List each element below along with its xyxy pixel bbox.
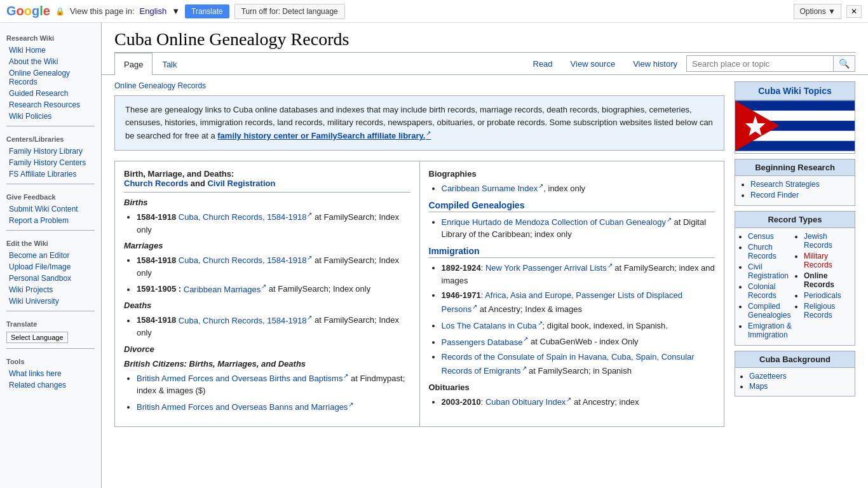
ny-passenger-link[interactable]: New York Passenger Arrival Lists xyxy=(485,263,613,273)
consulate-spain-link[interactable]: Records of the Consulate of Spain in Hav… xyxy=(442,352,695,376)
caribbean-surname-link[interactable]: Caribbean Surname Index xyxy=(442,184,544,193)
religious-records-link[interactable]: Religious Records xyxy=(804,302,835,320)
civil-registration-link[interactable]: Civil Registration xyxy=(207,179,275,188)
search-button[interactable]: 🔍 xyxy=(833,56,855,71)
compiled-list: Enrique Hurtado de Mendoza Collection of… xyxy=(442,215,715,241)
info-box: These are genealogy links to Cuba online… xyxy=(114,95,724,151)
sidebar-item-become-editor[interactable]: Become an Editor xyxy=(0,250,101,261)
births-heading: Births xyxy=(124,198,410,207)
caribbean-marriages-link[interactable]: Caribbean Marriages xyxy=(184,285,266,294)
record-types-content: Census Church Records Civil Registration… xyxy=(735,228,855,345)
sidebar-item-fs-affiliate[interactable]: FS Affiliate Libraries xyxy=(0,168,101,180)
sidebar-translate-title: Translate xyxy=(0,315,101,330)
church-records-type-link[interactable]: Church Records xyxy=(748,243,776,261)
colonial-records-link[interactable]: Colonial Records xyxy=(748,282,776,300)
marriages-1584-link[interactable]: Cuba, Church Records, 1584-1918 xyxy=(179,255,313,265)
sidebar-item-fhc[interactable]: Family History Centers xyxy=(0,157,101,168)
search-input[interactable] xyxy=(687,57,833,71)
sidebar-item-resources[interactable]: Research Resources xyxy=(0,99,101,111)
search-bar: 🔍 xyxy=(686,55,855,72)
action-view-history[interactable]: View history xyxy=(624,55,686,72)
compiled-genealogies-type-link[interactable]: Compiled Genealogies xyxy=(748,302,790,320)
immigration-heading: Immigration xyxy=(429,246,715,258)
passengers-db-link[interactable]: Passengers Database xyxy=(442,337,529,347)
cuba-flag-wrapper xyxy=(735,100,855,153)
sidebar-item-policies[interactable]: Wiki Policies xyxy=(0,111,101,122)
cuba-background-title: Cuba Background xyxy=(735,351,855,368)
tab-page[interactable]: Page xyxy=(114,53,153,75)
list-item: 1584-1918 Cuba, Church Records, 1584-191… xyxy=(137,253,410,279)
tab-actions: Read View source View history 🔍 xyxy=(524,53,856,74)
record-types-col2: Jewish Records Military Records Online R… xyxy=(796,232,850,341)
cuba-flag xyxy=(735,100,855,151)
left-sidebar: Research Wiki Wiki Home About the Wiki O… xyxy=(0,23,102,488)
sidebar-item-online-records[interactable]: Online Genealogy Records xyxy=(0,67,101,88)
maps-link[interactable]: Maps xyxy=(749,382,768,391)
tab-bar: Page Talk Read View source View history … xyxy=(102,53,868,75)
sidebar-item-what-links[interactable]: What links here xyxy=(0,368,101,379)
enrique-collection-link[interactable]: Enrique Hurtado de Mendoza Collection of… xyxy=(442,217,672,227)
census-link[interactable]: Census xyxy=(748,232,774,241)
record-types-title: Record Types xyxy=(735,212,855,228)
list-item: Records of the Consulate of Spain in Hav… xyxy=(442,351,715,377)
british-armed-marriages-link[interactable]: British Armed Forces and Overseas Banns … xyxy=(137,402,353,412)
list-item: 2003-2010: Cuban Obituary Index at Ances… xyxy=(442,395,715,409)
sidebar-item-related[interactable]: Related changes xyxy=(0,379,101,391)
sidebar-centers-title: Centers/Libraries xyxy=(0,130,101,146)
options-button[interactable]: Options ▼ xyxy=(794,4,841,19)
civil-registration-type-link[interactable]: Civil Registration xyxy=(748,262,789,280)
military-records-link[interactable]: Military Records xyxy=(804,252,832,269)
divorce-heading: Divorce xyxy=(124,344,410,354)
action-read[interactable]: Read xyxy=(524,55,562,72)
births-1584-link[interactable]: Cuba, Church Records, 1584-1918 xyxy=(179,212,313,222)
periodicals-link[interactable]: Periodicals xyxy=(804,291,841,300)
immigration-list: 1892-1924: New York Passenger Arrival Li… xyxy=(442,261,715,377)
breadcrumb-link[interactable]: Online Genealogy Records xyxy=(114,81,206,90)
sidebar-item-guided[interactable]: Guided Research xyxy=(0,88,101,99)
record-types-col1: Census Church Records Civil Registration… xyxy=(740,232,794,341)
jewish-records-link[interactable]: Jewish Records xyxy=(804,232,832,250)
british-armed-births-link[interactable]: British Armed Forces and Overseas Births… xyxy=(137,374,348,383)
biographies-list: Caribbean Surname Index, index only xyxy=(442,181,715,195)
main-wrapper: Research Wiki Wiki Home About the Wiki O… xyxy=(0,23,868,488)
bmd-heading: Birth, Marriage, and Deaths: Church Reco… xyxy=(124,169,410,188)
select-language-button[interactable]: Select Language xyxy=(6,332,68,343)
emigration-immigration-link[interactable]: Emigration & Immigration xyxy=(748,322,792,339)
church-records-link[interactable]: Church Records xyxy=(124,179,188,188)
deaths-1584-link[interactable]: Cuba, Church Records, 1584-1918 xyxy=(179,316,313,325)
compiled-genealogies-heading: Compiled Genealogies xyxy=(429,200,715,212)
view-page-text: View this page in: xyxy=(70,6,135,16)
cuba-wiki-topics-title: Cuba Wiki Topics xyxy=(735,82,855,100)
record-finder-link[interactable]: Record Finder xyxy=(750,191,848,200)
births-list: 1584-1918 Cuba, Church Records, 1584-191… xyxy=(137,210,410,236)
research-strategies-link[interactable]: Research Strategies xyxy=(750,180,848,189)
sidebar-item-report[interactable]: Report a Problem xyxy=(0,215,101,226)
british-list: British Armed Forces and Overseas Births… xyxy=(137,371,410,414)
family-history-center-link[interactable]: family history center or FamilySearch af… xyxy=(217,131,431,140)
sidebar-item-about[interactable]: About the Wiki xyxy=(0,56,101,67)
sidebar-item-university[interactable]: Wiki University xyxy=(0,295,101,307)
translate-button[interactable]: Translate xyxy=(185,4,229,18)
sidebar-title: Research Wiki xyxy=(0,29,101,44)
sidebar-item-wiki-home[interactable]: Wiki Home xyxy=(0,44,101,56)
page-header: Cuba Online Genealogy Records xyxy=(102,23,868,53)
sidebar-item-projects[interactable]: Wiki Projects xyxy=(0,284,101,295)
cuban-obituary-link[interactable]: Cuban Obituary Index xyxy=(485,397,571,407)
language-link[interactable]: English xyxy=(140,6,167,16)
sidebar-item-upload[interactable]: Upload File/Image xyxy=(0,261,101,273)
sidebar-item-submit[interactable]: Submit Wiki Content xyxy=(0,203,101,215)
online-records-link[interactable]: Online Records xyxy=(804,271,834,289)
biographies-heading: Biographies xyxy=(429,169,715,179)
gazetteers-link[interactable]: Gazetteers xyxy=(749,372,787,381)
turn-off-button[interactable]: Turn off for: Detect language xyxy=(234,4,345,19)
tab-talk[interactable]: Talk xyxy=(153,53,186,75)
action-view-source[interactable]: View source xyxy=(562,55,625,72)
close-button[interactable]: ✕ xyxy=(846,5,862,18)
catalans-cuba-link[interactable]: Los The Catalans in Cuba xyxy=(442,321,543,330)
list-item: Enrique Hurtado de Mendoza Collection of… xyxy=(442,215,715,241)
list-item: 1584-1918 Cuba, Church Records, 1584-191… xyxy=(137,210,410,236)
list-item: Caribbean Surname Index, index only xyxy=(442,181,715,195)
sidebar-item-sandbox[interactable]: Personal Sandbox xyxy=(0,273,101,284)
sidebar-item-fhl[interactable]: Family History Library xyxy=(0,146,101,157)
right-sidebar: Cuba Wiki Topics xyxy=(735,81,855,427)
